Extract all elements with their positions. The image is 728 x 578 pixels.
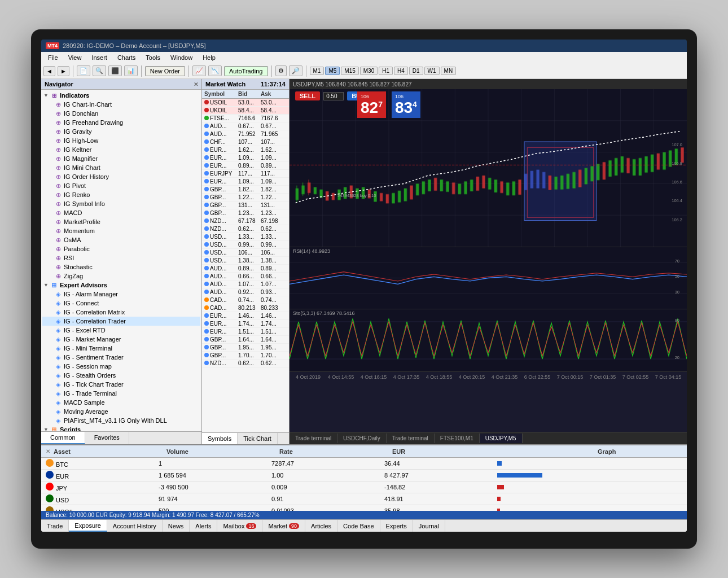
tf-m15[interactable]: M15	[341, 67, 358, 75]
tree-ea-alarm[interactable]: ◈ IG - Alarm Manager	[42, 290, 200, 299]
mw-row-eur5[interactable]: EUR... 1.46... 1.46...	[202, 312, 289, 320]
tree-ea-sentiment[interactable]: ◈ IG - Sentiment Trader	[42, 353, 200, 362]
mw-row-aud5[interactable]: AUD... 1.07... 1.07...	[202, 281, 289, 288]
bottom-close-btn[interactable]: ✕	[46, 448, 50, 454]
toolbar-zoom-btn[interactable]: 🔎	[289, 65, 302, 76]
mw-row-gbp1[interactable]: GBP... 1.82... 1.82...	[202, 186, 289, 194]
mw-row-gbp4[interactable]: GBP... 1.23... 1.23...	[202, 209, 289, 217]
tree-ea-correlation-matrix[interactable]: ◈ IG - Correlation Matrix	[42, 308, 200, 317]
menu-help[interactable]: Help	[198, 53, 220, 62]
mw-row-eur3[interactable]: EUR... 0.89... 0.89...	[202, 162, 289, 170]
tree-ea-marketmgr[interactable]: ◈ IG - Market Manager	[42, 335, 200, 344]
mw-row-nzd1[interactable]: NZD... 67.178 67.198	[202, 217, 289, 225]
new-order-button[interactable]: New Order	[145, 66, 185, 76]
tree-indicators-section[interactable]: ▼ ⊞ Indicators	[42, 91, 200, 100]
bottom-tab-alerts[interactable]: Alerts	[190, 520, 217, 532]
tree-ea-connect[interactable]: ◈ IG - Connect	[42, 299, 200, 308]
mw-row-ftse[interactable]: FTSE... 7166.6 7167.6	[202, 115, 289, 122]
exposure-row-jpy[interactable]: JPY -3 490 500 0.009 -148.82	[41, 481, 687, 493]
bottom-tab-articles[interactable]: Articles	[305, 520, 337, 532]
auto-trading-button[interactable]: AutoTrading	[224, 66, 268, 76]
tree-zigzag[interactable]: ⊕ ZigZag	[42, 272, 200, 281]
toolbar-analysis-btn[interactable]: ⚙	[275, 65, 287, 76]
tree-ig-gravity[interactable]: ⊕ IG Gravity	[42, 127, 200, 136]
tree-ea-tradeterminal[interactable]: ◈ IG - Trade Terminal	[42, 389, 200, 398]
tree-osma[interactable]: ⊕ OsMA	[42, 235, 200, 244]
menu-charts[interactable]: Charts	[113, 53, 140, 62]
mw-row-gbp2[interactable]: GBP... 1.22... 1.22...	[202, 194, 289, 202]
mw-row-eur6[interactable]: EUR... 1.74... 1.74...	[202, 320, 289, 328]
toolbar-btn-4[interactable]: 📊	[124, 65, 138, 76]
tree-ig-freehand[interactable]: ⊕ IG Freehand Drawing	[42, 118, 200, 127]
exposure-row-eur[interactable]: EUR 1 685 594 1.00 8 427.97	[41, 470, 687, 481]
mw-row-cad2[interactable]: CAD... 80.213 80.233	[202, 304, 289, 312]
chart-tab-usdjpy[interactable]: USDJPY,M5	[480, 434, 523, 443]
tf-h4[interactable]: H4	[394, 67, 408, 75]
mw-row-ukoil[interactable]: UKOIL 58.4... 58.4...	[202, 107, 289, 115]
bottom-tab-mailbox[interactable]: Mailbox16	[217, 520, 262, 532]
tree-ig-magnifier[interactable]: ⊕ IG Magnifier	[42, 154, 200, 163]
tf-m1[interactable]: M1	[310, 67, 324, 75]
tree-macd[interactable]: ⊕ MACD	[42, 208, 200, 217]
tree-ea-movavg[interactable]: ◈ Moving Average	[42, 407, 200, 416]
mw-row-usd3[interactable]: USD... 106... 106...	[202, 249, 289, 257]
tf-mn[interactable]: MN	[441, 67, 457, 75]
tree-ig-renko[interactable]: ⊕ IG Renko	[42, 190, 200, 199]
tree-ea-excel[interactable]: ◈ IG - Excel RTD	[42, 326, 200, 335]
menu-window[interactable]: Window	[166, 53, 197, 62]
tree-scripts-section[interactable]: ▼ ⊞ Scripts	[42, 425, 200, 431]
mw-row-gbp6[interactable]: GBP... 1.95... 1.95...	[202, 344, 289, 352]
tree-ig-highlow[interactable]: ⊕ IG High-Low	[42, 136, 200, 145]
mw-row-gbp7[interactable]: GBP... 1.70... 1.70...	[202, 352, 289, 360]
toolbar-btn-1[interactable]: 📄	[77, 65, 90, 76]
mw-row-aud1[interactable]: AUD... 0.67... 0.67...	[202, 122, 289, 130]
tree-parabolic[interactable]: ⊕ Parabolic	[42, 244, 200, 253]
tf-d1[interactable]: D1	[409, 67, 423, 75]
chart-tab-trade2[interactable]: Trade terminal	[387, 434, 435, 443]
mw-row-eur1[interactable]: EUR... 1.62... 1.62...	[202, 146, 289, 154]
tree-ig-orderhistory[interactable]: ⊕ IG Order History	[42, 172, 200, 181]
tree-momentum[interactable]: ⊕ Momentum	[42, 226, 200, 235]
tree-ea-section[interactable]: ▼ ⊞ Expert Advisors	[42, 281, 200, 290]
mw-row-cad1[interactable]: CAD... 0.74... 0.74...	[202, 296, 289, 304]
bottom-tab-trade[interactable]: Trade	[41, 520, 69, 532]
tree-rsi[interactable]: ⊕ RSI	[42, 253, 200, 262]
tree-ea-stealth[interactable]: ◈ IG - Stealth Orders	[42, 371, 200, 380]
toolbar-chart-btn[interactable]: 📈	[192, 65, 206, 76]
tree-ea-session[interactable]: ◈ IG - Session map	[42, 362, 200, 371]
mw-row-aud2[interactable]: AUD... 71.952 71.965	[202, 130, 289, 138]
mw-row-eur4[interactable]: EUR... 1.09... 1.09...	[202, 178, 289, 186]
mw-row-eur7[interactable]: EUR... 1.51... 1.51...	[202, 328, 289, 336]
mw-row-eurjpy[interactable]: EURJPY 117... 117...	[202, 170, 289, 178]
tree-ea-correlation-trader[interactable]: ◈ IG - Correlation Trader	[42, 317, 200, 326]
tf-m30[interactable]: M30	[360, 67, 378, 75]
spread-input[interactable]	[323, 92, 344, 100]
bottom-tab-journal[interactable]: Journal	[413, 520, 445, 532]
mw-row-nzd2[interactable]: NZD... 0.62... 0.62...	[202, 225, 289, 233]
exposure-row-usd[interactable]: USD 91 974 0.91 418.91	[41, 493, 687, 505]
tree-ea-pia[interactable]: ◈ PIAFirst_MT4_v3.1 IG Only With DLL	[42, 416, 200, 425]
mw-row-usd2[interactable]: USD... 0.99... 0.99...	[202, 241, 289, 249]
tree-stochastic[interactable]: ⊕ Stochastic	[42, 262, 200, 272]
tf-w1[interactable]: W1	[424, 67, 440, 75]
mw-row-aud3[interactable]: AUD... 0.89... 0.89...	[202, 265, 289, 273]
tree-ea-minitermnl[interactable]: ◈ IG - Mini Terminal	[42, 344, 200, 353]
exposure-row-usoil[interactable]: USOIL 500 0.91093 35.98	[41, 505, 687, 511]
toolbar-indicator-btn[interactable]: 📉	[208, 65, 222, 76]
tree-ig-keltner[interactable]: ⊕ IG Keltner	[42, 145, 200, 154]
mw-row-aud4[interactable]: AUD... 0.66... 0.66...	[202, 273, 289, 281]
tree-ig-chart[interactable]: ⊕ IG Chart-In-Chart	[42, 100, 200, 109]
mw-tab-tickchart[interactable]: Tick Chart	[238, 433, 278, 444]
mw-tab-symbols[interactable]: Symbols	[202, 433, 238, 444]
chart-tab-trade1[interactable]: Trade terminal	[290, 434, 337, 443]
bottom-tab-accounthistory[interactable]: Account History	[107, 520, 163, 532]
menu-view[interactable]: View	[64, 53, 86, 62]
bottom-tab-codebase[interactable]: Code Base	[337, 520, 380, 532]
chart-tab-usdchf[interactable]: USDCHF,Daily	[337, 434, 387, 443]
toolbar-forward[interactable]: ►	[58, 66, 69, 76]
mw-row-gbp5[interactable]: GBP... 1.64... 1.64...	[202, 336, 289, 344]
mw-row-gbp3[interactable]: GBP... 131... 131...	[202, 202, 289, 209]
mw-row-chf[interactable]: CHF... 107... 107...	[202, 138, 289, 146]
toolbar-back[interactable]: ◄	[43, 66, 55, 76]
tree-ea-macd[interactable]: ◈ MACD Sample	[42, 398, 200, 407]
